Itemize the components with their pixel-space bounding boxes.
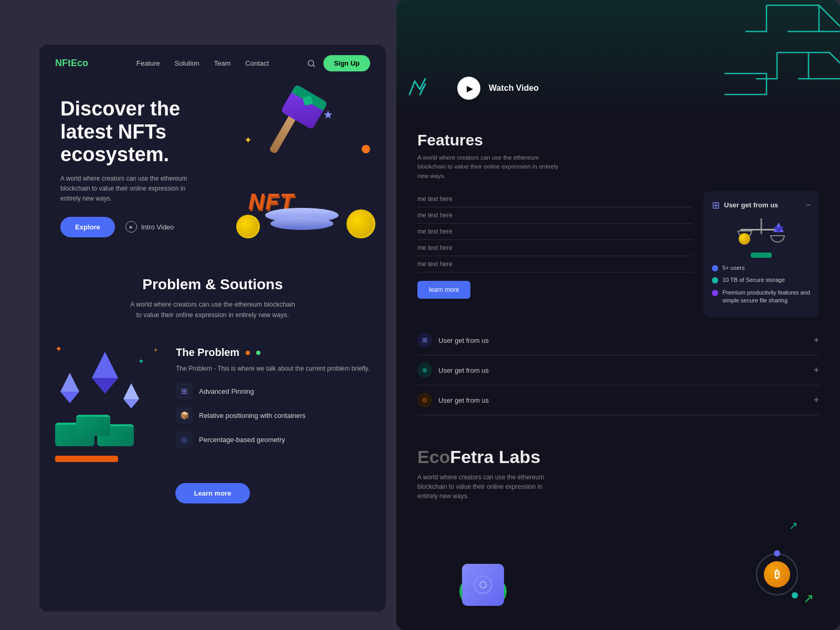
card-feature-2: 10 TB of Secure storage	[712, 276, 811, 284]
safe-box	[462, 564, 504, 606]
accordion-icon-2: ⊕	[417, 363, 432, 377]
nav-solution[interactable]: Solution	[175, 59, 200, 67]
feature-text-3[interactable]: me text here	[417, 224, 693, 240]
dot-blue-icon	[712, 265, 718, 271]
problems-section: Problem & Soutions A world where creator…	[39, 260, 386, 331]
accordion-section: ⊞ User get from us + ⊕ User get from us …	[417, 326, 819, 415]
card-icon: ⊞	[712, 200, 720, 211]
coin-1	[236, 215, 260, 238]
teal-logo-icon	[407, 76, 433, 101]
eco-grey-text: Eco	[417, 447, 450, 467]
orbit-dot-2	[792, 592, 798, 598]
right-panel: ▶ Watch Video Features A world where cre…	[396, 0, 840, 630]
accordion-icon-3: ⊙	[417, 393, 432, 407]
feature-text-4[interactable]: me text here	[417, 240, 693, 256]
nav-icons: Sign Up	[307, 55, 370, 71]
bitcoin-coin: ₿	[764, 561, 790, 587]
feature-label-3: Percentage-based geometry	[199, 436, 285, 444]
ecofetra-description: A world where creators can use the ether…	[417, 472, 564, 501]
feature-text-2[interactable]: me text here	[417, 207, 693, 224]
card-feature-3: Premium productivity features and simple…	[712, 289, 811, 305]
teal-arrow-icon: ↗	[789, 519, 798, 532]
svg-point-0	[308, 60, 314, 66]
feature-icon-1: ⊞	[176, 383, 193, 400]
right-top-section: ▶ Watch Video	[396, 0, 840, 116]
nav-links: Feature Solution Team Contact	[114, 59, 291, 67]
hero-title: Discover the latest NFTs ecosystem.	[60, 98, 218, 166]
watch-video-label: Watch Video	[489, 83, 539, 93]
features-section: Features A world where creators can use …	[396, 116, 840, 431]
eth-diamond-3b	[123, 399, 139, 408]
dot-green	[256, 351, 260, 355]
navbar: NFtEco Feature Solution Team Contact Sig…	[39, 45, 386, 82]
feature-icon-3: ◎	[176, 431, 193, 448]
problem-content: ✦ ✦ + The Problem The Problem - This is	[39, 331, 386, 472]
problem-brief: The Problem - This is where we talk abou…	[176, 364, 375, 373]
card-features-list: 5+ users 10 TB of Secure storage Premium…	[712, 264, 811, 305]
feature-label-1: Advanced Pinning	[199, 387, 254, 395]
signup-button[interactable]: Sign Up	[323, 55, 370, 71]
dot-orange	[246, 351, 250, 355]
explore-button[interactable]: Explore	[60, 217, 115, 237]
play-icon: ▶	[467, 83, 473, 93]
dot-purple-icon	[712, 290, 718, 296]
feature-text-5[interactable]: me text here	[417, 256, 693, 272]
svg-line-1	[313, 65, 314, 67]
problems-description: A world where creators can use the ether…	[129, 299, 297, 320]
feature-icon-2: 📦	[176, 407, 193, 424]
bitcoin-visual: ₿	[756, 553, 798, 595]
logo[interactable]: NFtEco	[55, 58, 88, 69]
eth-diamond-3	[123, 383, 139, 399]
nav-team[interactable]: Team	[214, 59, 231, 67]
accordion-toggle-3[interactable]: +	[813, 395, 819, 406]
search-icon[interactable]	[307, 59, 316, 68]
feature-item-3: ◎ Percentage-based geometry	[176, 431, 375, 448]
accordion-toggle-2[interactable]: +	[813, 365, 819, 376]
accordion-title-3: User get from us	[438, 396, 489, 404]
card-visual	[738, 218, 785, 258]
coin-2	[346, 209, 375, 238]
accordion-toggle-1[interactable]: +	[813, 335, 819, 346]
minimize-button[interactable]: −	[806, 201, 811, 210]
problem-title: The Problem	[176, 346, 239, 359]
card-feature-1: 5+ users	[712, 264, 811, 272]
logo-prefix: NFt	[55, 58, 71, 68]
star-orange-icon: ✦	[55, 344, 62, 354]
cloud-visual	[459, 577, 507, 606]
card-feature-text-2: 10 TB of Secure storage	[722, 276, 785, 284]
nav-feature[interactable]: Feature	[136, 59, 160, 67]
features-learn-more-button[interactable]: learn more	[417, 281, 470, 299]
problems-title: Problem & Soutions	[55, 276, 370, 293]
accordion-item-2[interactable]: ⊕ User get from us +	[417, 355, 819, 385]
fetra-labs-text: Fetra Labs	[450, 447, 540, 467]
play-circle-icon: ▶	[125, 221, 137, 233]
learn-more-container: Learn more	[39, 478, 386, 514]
star-yellow-icon: +	[154, 346, 158, 354]
watch-video-play-button[interactable]: ▶	[457, 77, 480, 100]
dot-teal-icon	[712, 277, 718, 284]
nav-contact[interactable]: Contact	[245, 59, 269, 67]
feature-card: ⊞ User get from us −	[704, 191, 819, 318]
hero-buttons: Explore ▶ Intro Video	[60, 217, 218, 237]
features-layout: me text here me text here me text here m…	[417, 191, 819, 318]
feature-item-1: ⊞ Advanced Pinning	[176, 383, 375, 400]
accordion-item-1[interactable]: ⊞ User get from us +	[417, 326, 819, 355]
accordion-left-1: ⊞ User get from us	[417, 333, 489, 348]
eth-diamond-2	[60, 373, 79, 392]
problem-title-row: The Problem	[176, 346, 375, 359]
geo-lines-svg	[620, 0, 840, 105]
green-arrow-icon: ↗	[803, 591, 814, 606]
star-teal-icon: ✦	[138, 357, 144, 365]
problem-text: The Problem The Problem - This is where …	[176, 341, 375, 455]
features-title: Features	[417, 131, 819, 149]
hammer-visual	[249, 87, 312, 155]
feature-text-1[interactable]: me text here	[417, 191, 693, 207]
feature-label-2: Relative positioning with containers	[199, 412, 306, 419]
learn-more-button[interactable]: Learn more	[175, 483, 250, 503]
card-feature-text-1: 5+ users	[722, 264, 745, 272]
ecofetra-visuals: ₿ ↗ ↗	[417, 511, 819, 606]
features-description: A world where creators can use the ether…	[417, 153, 564, 181]
accordion-item-3[interactable]: ⊙ User get from us +	[417, 385, 819, 415]
ethereum-visual: ✦ ✦ +	[50, 341, 165, 462]
intro-video-button[interactable]: ▶ Intro Video	[125, 221, 174, 233]
